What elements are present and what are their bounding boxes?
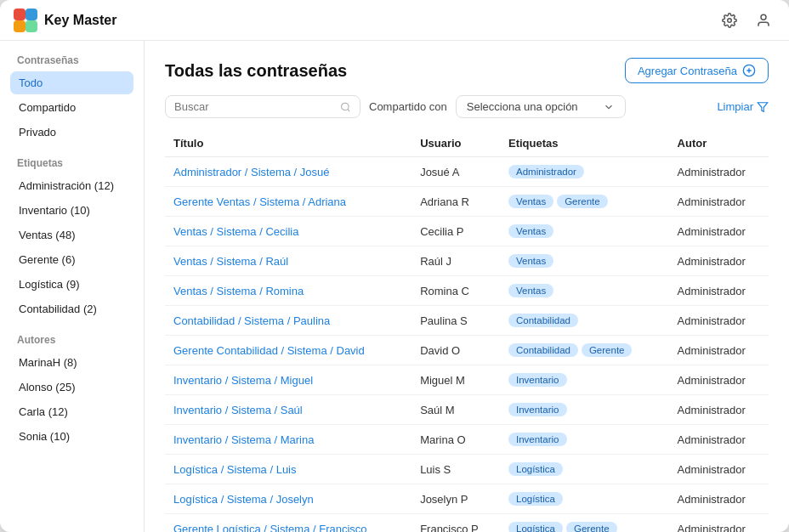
filter-icon [757,101,769,113]
table-row: Inventario / Sistema / SaúlSaúl MInventa… [165,395,769,425]
cell-user: Saúl M [412,395,500,425]
cell-user: Luis S [412,455,500,484]
tag-badge[interactable]: Ventas [508,224,553,238]
cell-user: Francisco P [412,514,500,533]
sidebar-item-inventario[interactable]: Inventario (10) [10,199,133,222]
shared-select[interactable]: Selecciona una opción [456,95,626,118]
sidebar-item-sonia[interactable]: Sonia (10) [10,425,133,448]
sidebar-item-carla[interactable]: Carla (12) [10,400,133,423]
svg-point-4 [728,18,732,22]
password-title-link[interactable]: Gerente Logística / Sistema / Francisco [173,523,367,533]
sidebar-item-gerente[interactable]: Gerente (6) [10,248,133,271]
cell-tags: Inventario [500,395,669,425]
sidebar-item-administracion[interactable]: Administración (12) [10,174,133,197]
clear-button[interactable]: Limpiar [717,100,769,113]
tag-badge[interactable]: Inventario [508,403,567,416]
col-tags: Etiquetas [500,130,669,157]
app-logo [14,8,37,32]
cell-tags: Ventas [500,217,669,246]
app-title: Key Master [44,13,116,28]
password-title-link[interactable]: Inventario / Sistema / Saúl [173,404,303,416]
cell-author: Administrador [669,276,769,306]
cell-title[interactable]: Gerente Logística / Sistema / Francisco [165,514,412,533]
cell-title[interactable]: Administrador / Sistema / Josué [165,157,412,187]
sidebar-item-todo[interactable]: Todo [10,71,133,94]
password-title-link[interactable]: Logística / Sistema / Luis [173,463,297,476]
add-password-button[interactable]: Agregar Contraseña [625,58,769,83]
chevron-down-icon [603,101,615,113]
tag-badge[interactable]: Logística [508,522,563,532]
cell-title[interactable]: Gerente Contabilidad / Sistema / David [165,336,412,365]
sidebar-item-alonso[interactable]: Alonso (25) [10,376,133,399]
password-title-link[interactable]: Gerente Ventas / Sistema / Adriana [173,195,346,208]
sidebar-item-contabilidad[interactable]: Contabilidad (2) [10,297,133,320]
password-title-link[interactable]: Ventas / Sistema / Romina [173,285,304,297]
tags-section-title: Etiquetas [10,157,133,169]
tag-badge[interactable]: Ventas [508,195,553,208]
password-title-link[interactable]: Gerente Contabilidad / Sistema / David [173,344,365,357]
password-title-link[interactable]: Inventario / Sistema / Marina [173,433,314,446]
table-row: Gerente Contabilidad / Sistema / DavidDa… [165,336,769,365]
sidebar-item-marinah[interactable]: MarinaH (8) [10,351,133,374]
settings-button[interactable] [718,8,741,32]
table-row: Inventario / Sistema / MiguelMiguel MInv… [165,365,769,395]
main-content: Todas las contraseñas Agregar Contraseña [145,41,789,532]
plus-circle-icon [742,64,756,77]
col-user: Usuario [412,130,500,157]
passwords-section-title: Contraseñas [10,54,133,66]
tag-badge[interactable]: Ventas [508,284,553,297]
search-icon [340,101,351,113]
sidebar-item-ventas[interactable]: Ventas (48) [10,224,133,246]
tag-badge[interactable]: Inventario [508,373,567,387]
cell-title[interactable]: Logística / Sistema / Joselyn [165,484,412,514]
tag-badge[interactable]: Inventario [508,433,567,446]
svg-rect-0 [14,8,26,20]
cell-user: Josué A [412,157,500,187]
sidebar-item-compartido[interactable]: Compartido [10,96,133,119]
sidebar-item-logistica[interactable]: Logística (9) [10,273,133,296]
password-title-link[interactable]: Contabilidad / Sistema / Paulina [173,314,330,327]
cell-author: Administrador [669,514,769,533]
password-title-link[interactable]: Inventario / Sistema / Miguel [173,374,313,387]
tag-badge[interactable]: Logística [508,492,563,506]
authors-group: Autores MarinaH (8) Alonso (25) Carla (1… [10,334,133,448]
user-button[interactable] [752,8,775,32]
cell-title[interactable]: Ventas / Sistema / Romina [165,276,412,306]
tag-badge[interactable]: Gerente [557,195,608,208]
cell-title[interactable]: Inventario / Sistema / Miguel [165,365,412,395]
cell-user: Miguel M [412,365,500,395]
tag-badge[interactable]: Contabilidad [508,314,578,327]
search-input[interactable] [174,100,335,113]
tag-badge[interactable]: Ventas [508,254,553,268]
cell-author: Administrador [669,365,769,395]
svg-point-9 [342,103,349,110]
col-author: Autor [669,130,769,157]
password-title-link[interactable]: Ventas / Sistema / Raúl [173,255,288,268]
cell-title[interactable]: Ventas / Sistema / Cecilia [165,217,412,246]
tag-badge[interactable]: Gerente [566,522,617,532]
cell-author: Administrador [669,306,769,336]
tag-badge[interactable]: Contabilidad [508,343,578,357]
cell-author: Administrador [669,246,769,276]
cell-title[interactable]: Inventario / Sistema / Marina [165,425,412,455]
password-title-link[interactable]: Logística / Sistema / Joselyn [173,493,314,506]
table-container: Título Usuario Etiquetas Autor Administr… [165,130,769,532]
cell-title[interactable]: Contabilidad / Sistema / Paulina [165,306,412,336]
cell-title[interactable]: Inventario / Sistema / Saúl [165,395,412,425]
tag-badge[interactable]: Administrador [508,165,584,178]
cell-title[interactable]: Logística / Sistema / Luis [165,455,412,484]
password-title-link[interactable]: Administrador / Sistema / Josué [173,166,330,178]
page-title: Todas las contraseñas [165,61,347,81]
cell-user: Marina O [412,425,500,455]
table-row: Logística / Sistema / JoselynJoselyn PLo… [165,484,769,514]
sidebar-item-privado[interactable]: Privado [10,121,133,144]
table-row: Logística / Sistema / LuisLuis SLogístic… [165,455,769,484]
cell-author: Administrador [669,217,769,246]
cell-title[interactable]: Gerente Ventas / Sistema / Adriana [165,187,412,217]
cell-title[interactable]: Ventas / Sistema / Raúl [165,246,412,276]
tag-badge[interactable]: Gerente [582,343,633,357]
tag-badge[interactable]: Logística [508,462,563,476]
password-title-link[interactable]: Ventas / Sistema / Cecilia [173,225,298,238]
filter-row: Compartido con Selecciona una opción Lim… [165,95,769,118]
cell-author: Administrador [669,157,769,187]
